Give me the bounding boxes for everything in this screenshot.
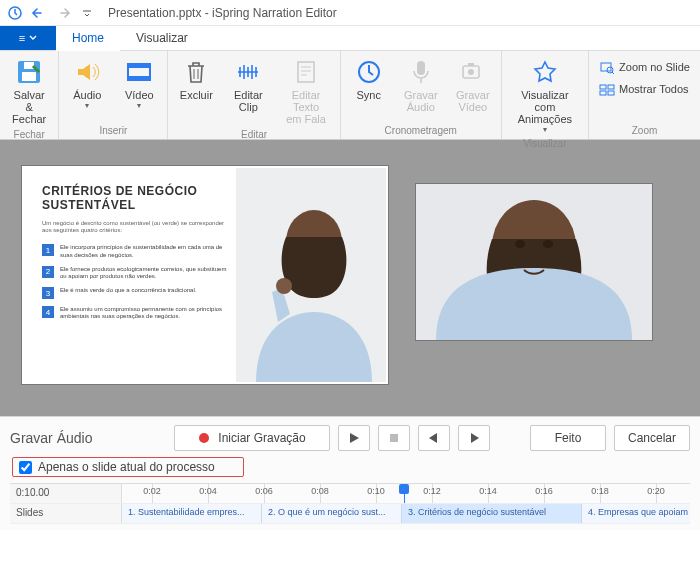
slide-title: CRITÉRIOS DE NEGÓCIO SUSTENTÁVEL	[42, 184, 228, 212]
file-tab[interactable]: ≡	[0, 26, 56, 50]
record-video-button: Gravar Vídeo	[449, 53, 497, 115]
timeline-ruler[interactable]: 0:020:040:060:080:100:120:140:160:180:20	[122, 484, 690, 503]
video-preview	[416, 184, 652, 340]
svg-point-25	[199, 433, 209, 443]
clock-icon[interactable]	[4, 2, 26, 24]
timeline-slide-1[interactable]: 1. Sustentabilidade empres...	[122, 504, 262, 523]
svg-rect-9	[417, 61, 425, 75]
sync-button[interactable]: Sync	[345, 53, 393, 103]
tab-home[interactable]: Home	[56, 26, 120, 50]
slide-preview: CRITÉRIOS DE NEGÓCIO SUSTENTÁVEL Um negó…	[22, 166, 388, 384]
timeline-time-label: 0:10.00	[10, 484, 122, 503]
svg-rect-17	[600, 91, 606, 95]
edit-speech-button: Editar Texto em Fala	[276, 53, 335, 127]
record-header: Gravar Áudio	[10, 430, 166, 446]
only-current-slide-input[interactable]	[19, 461, 32, 474]
insert-audio-button[interactable]: Áudio ▾	[63, 53, 111, 112]
start-recording-button[interactable]: Iniciar Gravação	[174, 425, 330, 451]
svg-point-11	[468, 69, 474, 75]
preview-animations-button[interactable]: Visualizar com Animações ▾	[506, 53, 584, 136]
zoom-slide-button[interactable]: Zoom no Slide	[593, 57, 696, 77]
svg-rect-18	[608, 91, 614, 95]
show-all-button[interactable]: Mostrar Todos	[593, 79, 696, 99]
svg-rect-15	[600, 85, 606, 89]
svg-rect-16	[608, 85, 614, 89]
only-current-slide-checkbox[interactable]: Apenas o slide atual do processo	[12, 457, 244, 477]
stop-button[interactable]	[378, 425, 410, 451]
timeline-slides-label: Slides	[10, 504, 122, 523]
presenter-image	[236, 168, 386, 382]
svg-point-24	[543, 240, 553, 248]
window-title: Presentation.pptx - iSpring Narration Ed…	[108, 6, 337, 20]
svg-rect-6	[128, 76, 150, 80]
qat-more-button[interactable]	[76, 2, 98, 24]
timeline-slide-2[interactable]: 2. O que é um negócio sust...	[262, 504, 402, 523]
cancel-button[interactable]: Cancelar	[614, 425, 690, 451]
play-button[interactable]	[338, 425, 370, 451]
svg-point-20	[276, 278, 292, 294]
redo-button[interactable]	[52, 2, 74, 24]
svg-point-23	[515, 240, 525, 248]
timeline-slide-3[interactable]: 3. Critérios de negócio sustentável	[402, 504, 582, 523]
undo-button[interactable]	[28, 2, 50, 24]
save-close-button[interactable]: Salvar & Fechar	[4, 53, 54, 127]
svg-rect-3	[24, 62, 34, 69]
svg-rect-12	[468, 63, 474, 66]
insert-video-button[interactable]: Vídeo ▾	[115, 53, 163, 112]
timeline-slide-4[interactable]: 4. Empresas que apoiam c	[582, 504, 690, 523]
edit-clip-button[interactable]: Editar Clip	[224, 53, 272, 115]
record-audio-button: Gravar Áudio	[397, 53, 445, 115]
done-button[interactable]: Feito	[530, 425, 606, 451]
svg-rect-7	[298, 62, 314, 82]
svg-rect-5	[128, 64, 150, 68]
tab-view[interactable]: Visualizar	[120, 26, 204, 50]
prev-slide-button[interactable]	[418, 425, 450, 451]
svg-rect-26	[390, 434, 398, 442]
svg-rect-2	[22, 72, 36, 81]
next-slide-button[interactable]	[458, 425, 490, 451]
delete-button[interactable]: Excluir	[172, 53, 220, 103]
